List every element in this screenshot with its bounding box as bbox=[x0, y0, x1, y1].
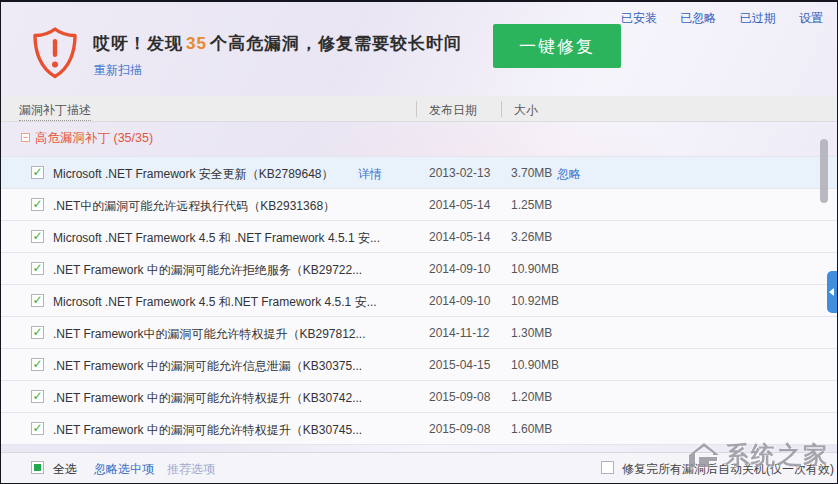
column-date: 发布日期 bbox=[429, 102, 477, 119]
one-click-fix-button[interactable]: 一键修复 bbox=[493, 24, 621, 68]
group-header-high-risk: − 高危漏洞补丁 (35/35) bbox=[1, 123, 837, 156]
table-row[interactable]: ✓ .NET Framework 中的漏洞可能允许特权提升（KB30742...… bbox=[1, 381, 837, 413]
row-checkbox[interactable]: ✓ bbox=[31, 166, 44, 179]
table-header: 漏洞补丁描述 发布日期 大小 bbox=[1, 96, 837, 122]
patch-size: 1.30MB bbox=[511, 326, 552, 340]
table-row[interactable]: ✓ Microsoft .NET Framework 4.5 和.NET Fra… bbox=[1, 285, 837, 317]
patch-date: 2015-09-08 bbox=[429, 422, 490, 436]
patch-desc: .NET Framework 中的漏洞可能允许信息泄漏（KB30375... bbox=[53, 358, 362, 375]
row-checkbox[interactable]: ✓ bbox=[31, 326, 44, 339]
auto-shutdown-label: 修复完所有漏洞后自动关机(仅一次有效) bbox=[622, 461, 834, 478]
warning-shield-icon bbox=[29, 26, 81, 80]
patch-desc: Microsoft .NET Framework 4.5 和 .NET Fram… bbox=[53, 230, 380, 247]
collapse-icon[interactable]: − bbox=[21, 133, 30, 142]
table-row[interactable]: ✓ Microsoft .NET Framework 安全更新（KB278964… bbox=[1, 157, 837, 189]
patch-size: 1.20MB bbox=[511, 390, 552, 404]
row-checkbox[interactable]: ✓ bbox=[31, 262, 44, 275]
patch-date: 2015-09-08 bbox=[429, 390, 490, 404]
vuln-count: 35 bbox=[183, 34, 210, 53]
chevron-left-icon bbox=[829, 288, 834, 296]
patch-desc: .NET Framework中的漏洞可能允许特权提升（KB297812... bbox=[53, 326, 366, 343]
footer-bar: 全选 忽略选中项 推荐选项 修复完所有漏洞后自动关机(仅一次有效) bbox=[1, 452, 837, 483]
patch-size: 10.92MB bbox=[511, 294, 559, 308]
table-row[interactable]: ✓ .NET Framework 中的漏洞可能允许拒绝服务（KB29722...… bbox=[1, 253, 837, 285]
patch-size: 1.25MB bbox=[511, 198, 552, 212]
patch-desc: .NET Framework 中的漏洞可能允许特权提升（KB30742... bbox=[53, 390, 362, 407]
column-divider bbox=[501, 101, 502, 117]
detail-link[interactable]: 详情 bbox=[358, 166, 382, 183]
patch-desc: .NET Framework 中的漏洞可能允许特权提升（KB30745... bbox=[53, 422, 362, 439]
column-desc: 漏洞补丁描述 bbox=[19, 102, 91, 121]
patch-date: 2013-02-13 bbox=[429, 166, 490, 180]
group-title: 高危漏洞补丁 (35/35) bbox=[35, 130, 153, 147]
auto-shutdown-checkbox[interactable] bbox=[601, 461, 614, 474]
side-panel-toggle[interactable] bbox=[827, 271, 837, 313]
nav-expired[interactable]: 已过期 bbox=[740, 11, 776, 25]
patch-size: 3.26MB bbox=[511, 230, 552, 244]
table-row[interactable]: ✓ .NET中的漏洞可能允许远程执行代码（KB2931368） 2014-05-… bbox=[1, 189, 837, 221]
patch-desc: Microsoft .NET Framework 4.5 和.NET Frame… bbox=[53, 294, 377, 311]
row-checkbox[interactable]: ✓ bbox=[31, 422, 44, 435]
patch-size: 1.60MB bbox=[511, 422, 552, 436]
page-title: 哎呀！发现35个高危漏洞，修复需要较长时间 bbox=[93, 32, 462, 55]
nav-ignored[interactable]: 已忽略 bbox=[680, 11, 716, 25]
table-row[interactable]: ✓ .NET Framework 中的漏洞可能允许信息泄漏（KB30375...… bbox=[1, 349, 837, 381]
patch-date: 2014-05-14 bbox=[429, 198, 490, 212]
patch-desc: Microsoft .NET Framework 安全更新（KB2789648） bbox=[53, 166, 334, 183]
table-row[interactable]: ✓ .NET Framework 中的漏洞可能允许特权提升（KB30745...… bbox=[1, 413, 837, 445]
rescan-link[interactable]: 重新扫描 bbox=[94, 62, 142, 79]
patch-date: 2014-05-14 bbox=[429, 230, 490, 244]
vulnerability-repair-window: 哎呀！发现35个高危漏洞，修复需要较长时间 重新扫描 一键修复 已安装 已忽略 … bbox=[0, 0, 838, 484]
patch-desc: .NET中的漏洞可能允许远程执行代码（KB2931368） bbox=[53, 198, 335, 215]
column-size: 大小 bbox=[514, 102, 538, 119]
ignore-selected-link[interactable]: 忽略选中项 bbox=[94, 461, 154, 478]
patch-list: ✓ Microsoft .NET Framework 安全更新（KB278964… bbox=[1, 156, 837, 445]
table-row[interactable]: ✓ .NET Framework中的漏洞可能允许特权提升（KB297812...… bbox=[1, 317, 837, 349]
patch-size: 3.70MB bbox=[511, 166, 552, 180]
ignore-link[interactable]: 忽略 bbox=[557, 166, 581, 183]
row-checkbox[interactable]: ✓ bbox=[31, 294, 44, 307]
select-all-label: 全选 bbox=[53, 461, 77, 478]
patch-desc: .NET Framework 中的漏洞可能允许拒绝服务（KB29722... bbox=[53, 262, 362, 279]
nav-settings[interactable]: 设置 bbox=[799, 11, 823, 25]
nav-installed[interactable]: 已安装 bbox=[621, 11, 657, 25]
select-all-checkbox[interactable] bbox=[31, 461, 44, 474]
row-checkbox[interactable]: ✓ bbox=[31, 198, 44, 211]
patch-size: 10.90MB bbox=[511, 358, 559, 372]
patch-date: 2014-09-10 bbox=[429, 294, 490, 308]
row-checkbox[interactable]: ✓ bbox=[31, 390, 44, 403]
column-divider bbox=[416, 101, 417, 117]
patch-date: 2015-04-15 bbox=[429, 358, 490, 372]
recommended-options-link[interactable]: 推荐选项 bbox=[167, 461, 215, 478]
scrollbar-thumb[interactable] bbox=[820, 139, 828, 203]
row-checkbox[interactable]: ✓ bbox=[31, 230, 44, 243]
patch-date: 2014-11-12 bbox=[429, 326, 490, 340]
table-row[interactable]: ✓ Microsoft .NET Framework 4.5 和 .NET Fr… bbox=[1, 221, 837, 253]
patch-size: 10.90MB bbox=[511, 262, 559, 276]
patch-date: 2014-09-10 bbox=[429, 262, 490, 276]
top-nav: 已安装 已忽略 已过期 设置 bbox=[601, 10, 823, 27]
row-checkbox[interactable]: ✓ bbox=[31, 358, 44, 371]
